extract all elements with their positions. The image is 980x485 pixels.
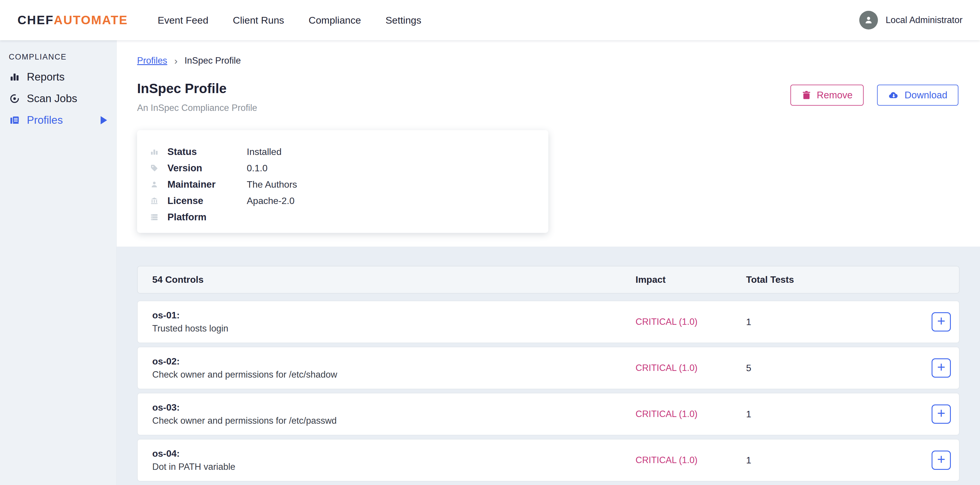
license-icon <box>150 196 159 205</box>
top-nav: Event Feed Client Runs Compliance Settin… <box>158 14 421 26</box>
profile-actions: Remove Download <box>791 85 958 105</box>
control-title: Trusted hosts login <box>152 323 636 334</box>
title-block: InSpec Profile An InSpec Compliance Prof… <box>137 81 257 113</box>
control-id: os-03: <box>152 402 636 413</box>
control-impact: CRITICAL (1.0) <box>636 455 746 466</box>
user-name: Local Administrator <box>886 15 963 26</box>
download-button-label: Download <box>904 89 947 101</box>
detail-value: Installed <box>247 147 282 157</box>
breadcrumb-current: InSpec Profile <box>185 56 241 66</box>
status-icon <box>150 147 159 156</box>
breadcrumb-link-profiles[interactable]: Profiles <box>137 56 167 66</box>
cloud-download-icon <box>888 89 899 101</box>
page-title: InSpec Profile <box>137 81 257 96</box>
control-total-tests: 1 <box>746 317 931 327</box>
detail-row-platform: Platform <box>150 209 548 225</box>
bar-chart-icon <box>9 72 21 82</box>
control-title: Check owner and permissions for /etc/pas… <box>152 416 636 426</box>
sidebar-item-scan-jobs[interactable]: Scan Jobs <box>0 88 116 109</box>
control-total-tests: 1 <box>746 455 931 466</box>
remove-button[interactable]: Remove <box>791 85 864 105</box>
sidebar-item-label: Scan Jobs <box>27 93 77 105</box>
sidebar-item-reports[interactable]: Reports <box>0 66 116 88</box>
profile-details-card: Status Installed Version 0.1.0 <box>137 130 548 233</box>
column-header-total-tests: Total Tests <box>746 274 931 285</box>
main-content: Profiles › InSpec Profile InSpec Profile… <box>117 40 980 485</box>
detail-row-maintainer: Maintainer The Authors <box>150 176 548 193</box>
user-menu[interactable]: Local Administrator <box>859 11 963 29</box>
detail-label: License <box>167 195 247 206</box>
control-impact: CRITICAL (1.0) <box>636 363 746 373</box>
platform-icon <box>150 213 159 222</box>
sidebar-item-profiles[interactable]: Profiles <box>0 109 116 131</box>
chef-automate-logo[interactable]: CHEFAUTOMATE <box>18 13 128 27</box>
detail-label: Maintainer <box>167 179 247 190</box>
detail-value: 0.1.0 <box>247 163 267 174</box>
control-id: os-04: <box>152 448 636 459</box>
control-id: os-02: <box>152 356 636 367</box>
nav-item-client-runs[interactable]: Client Runs <box>233 14 284 26</box>
control-total-tests: 1 <box>746 409 931 420</box>
column-header-controls: 54 Controls <box>138 274 636 285</box>
sidebar: COMPLIANCE Reports Scan Jobs <box>0 40 117 485</box>
expand-control-button[interactable]: + <box>932 358 951 378</box>
expand-control-button[interactable]: + <box>932 451 951 470</box>
sidebar-item-label: Profiles <box>27 114 63 126</box>
controls-table-header: 54 Controls Impact Total Tests <box>137 266 959 294</box>
nav-item-compliance[interactable]: Compliance <box>309 14 361 26</box>
control-row-os-02: os-02: Check owner and permissions for /… <box>137 347 959 389</box>
documents-icon <box>9 115 21 126</box>
control-row-os-01: os-01: Trusted hosts login CRITICAL (1.0… <box>137 301 959 343</box>
chevron-right-icon <box>100 116 107 124</box>
detail-row-license: License Apache-2.0 <box>150 193 548 209</box>
control-row-os-04: os-04: Dot in PATH variable CRITICAL (1.… <box>137 439 959 482</box>
breadcrumb-separator-icon: › <box>174 56 177 65</box>
radar-icon <box>9 93 21 104</box>
avatar <box>859 11 878 29</box>
controls-section: 54 Controls Impact Total Tests os-01: Tr… <box>117 247 980 485</box>
detail-label: Status <box>167 146 247 157</box>
control-id: os-01: <box>152 310 636 321</box>
version-icon <box>150 164 159 172</box>
person-icon <box>863 14 874 26</box>
remove-button-label: Remove <box>817 89 853 101</box>
control-impact: CRITICAL (1.0) <box>636 409 746 420</box>
breadcrumb: Profiles › InSpec Profile <box>137 56 958 66</box>
logo-automate-text: AUTOMATE <box>54 13 128 27</box>
detail-label: Platform <box>167 212 247 223</box>
detail-row-status: Status Installed <box>150 144 548 160</box>
maintainer-icon <box>150 180 159 189</box>
detail-value: The Authors <box>247 179 297 190</box>
expand-control-button[interactable]: + <box>932 404 951 424</box>
control-total-tests: 5 <box>746 363 931 373</box>
sidebar-section-title: COMPLIANCE <box>9 53 116 62</box>
nav-item-settings[interactable]: Settings <box>386 14 422 26</box>
download-button[interactable]: Download <box>877 85 958 105</box>
trash-icon <box>802 90 811 100</box>
column-header-impact: Impact <box>636 274 746 285</box>
control-row-os-03: os-03: Check owner and permissions for /… <box>137 393 959 436</box>
expand-control-button[interactable]: + <box>932 312 951 332</box>
top-header: CHEFAUTOMATE Event Feed Client Runs Comp… <box>0 0 980 40</box>
control-impact: CRITICAL (1.0) <box>636 317 746 327</box>
detail-label: Version <box>167 163 247 174</box>
detail-value: Apache-2.0 <box>247 196 294 206</box>
control-title: Dot in PATH variable <box>152 462 636 472</box>
detail-row-version: Version 0.1.0 <box>150 160 548 176</box>
logo-chef-text: CHEF <box>18 13 54 27</box>
nav-item-event-feed[interactable]: Event Feed <box>158 14 208 26</box>
page-subtitle: An InSpec Compliance Profile <box>137 103 257 113</box>
control-title: Check owner and permissions for /etc/sha… <box>152 369 636 380</box>
sidebar-item-label: Reports <box>27 71 65 83</box>
